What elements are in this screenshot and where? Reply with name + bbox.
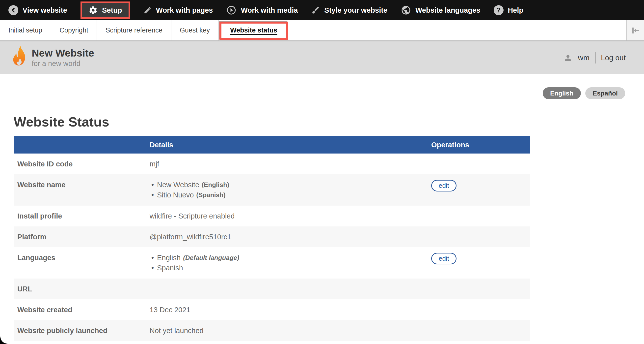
globe-icon: [401, 5, 411, 15]
table-header-operations: Operations: [431, 141, 530, 149]
nav-website-languages[interactable]: Website languages: [401, 5, 480, 15]
row-label: Platform: [14, 232, 150, 242]
gear-icon: [88, 6, 98, 15]
table-header-row: Details Operations: [14, 136, 530, 153]
tab-website-status[interactable]: Website status: [219, 20, 288, 40]
row-value: wildfire - Scripture enabled: [150, 211, 431, 221]
edit-languages-button[interactable]: edit: [431, 253, 456, 264]
nav-help-label: Help: [508, 6, 523, 14]
nav-website-languages-label: Website languages: [416, 6, 480, 14]
row-label: Website publicly launched: [14, 326, 150, 336]
tab-website-status-label: Website status: [230, 27, 277, 34]
nav-work-with-pages[interactable]: Work with pages: [144, 6, 213, 14]
bullet-item: • English (Default language): [150, 253, 431, 263]
user-icon: [564, 53, 572, 62]
bullet-marker: •: [150, 190, 157, 200]
row-label: Website name: [14, 180, 150, 190]
tab-scripture-reference[interactable]: Scripture reference: [97, 20, 172, 40]
bullet-text: English: [157, 253, 180, 263]
bullet-item: • New Website (English): [150, 180, 431, 190]
row-value: @platform_wildfire510rc1: [150, 232, 431, 242]
bullet-marker: •: [150, 263, 157, 273]
nav-view-website-label: View website: [22, 6, 67, 14]
tab-initial-setup[interactable]: Initial setup: [0, 20, 51, 40]
bullet-marker: •: [150, 180, 157, 190]
nav-setup[interactable]: Setup: [80, 2, 130, 19]
flame-logo-icon: [12, 46, 26, 70]
tab-guest-key[interactable]: Guest key: [172, 20, 219, 40]
tab-copyright[interactable]: Copyright: [51, 20, 97, 40]
table-row: Languages • English (Default language) •…: [14, 247, 530, 278]
bullet-suffix: (Spanish): [196, 190, 226, 200]
nav-work-with-media[interactable]: Work with media: [226, 5, 298, 15]
bullet-item: • Spanish: [150, 263, 431, 273]
bullet-marker: •: [150, 253, 157, 263]
website-status-table: Details Operations Website ID code mjf W…: [14, 136, 530, 341]
username: wm: [578, 54, 590, 62]
bullet-text: Sitio Nuevo: [157, 190, 194, 200]
sidebar-collapse-button[interactable]: [626, 20, 644, 40]
page-title: Website Status: [14, 114, 644, 129]
row-label: Languages: [14, 253, 150, 263]
row-label: Website ID code: [14, 159, 150, 169]
table-row: Website created 13 Dec 2021: [14, 299, 530, 320]
nav-style-your-website[interactable]: Style your website: [311, 6, 388, 15]
row-label: Install profile: [14, 211, 150, 221]
nav-view-website[interactable]: View website: [8, 5, 67, 15]
site-brand-text: New Website for a new world: [32, 48, 94, 68]
language-pill-english[interactable]: English: [543, 87, 581, 99]
nav-work-with-media-label: Work with media: [241, 6, 298, 14]
user-area: wm Log out: [564, 52, 626, 64]
table-row: Website publicly launched Not yet launch…: [14, 320, 530, 341]
bullet-text: Spanish: [157, 263, 183, 273]
language-pill-espanol[interactable]: Español: [585, 87, 625, 99]
table-row: Platform @platform_wildfire510rc1: [14, 226, 530, 247]
table-row: Website ID code mjf: [14, 153, 530, 174]
bullet-text: New Website: [157, 180, 199, 190]
play-circle-icon: [226, 5, 236, 15]
site-header: New Website for a new world wm Log out: [0, 41, 644, 74]
brush-icon: [311, 6, 320, 15]
back-icon: [8, 5, 18, 15]
table-row: Website name • New Website (English) • S…: [14, 174, 530, 206]
top-nav-bar: View website Setup Work with pages Work …: [0, 0, 644, 20]
app-window: View website Setup Work with pages Work …: [0, 0, 644, 344]
row-value: • New Website (English) • Sitio Nuevo (S…: [150, 180, 431, 200]
screen-corner: [0, 336, 8, 344]
nav-setup-label: Setup: [102, 6, 122, 14]
row-label: Website created: [14, 305, 150, 315]
help-icon: ?: [494, 5, 504, 15]
row-value: Not yet launched: [150, 326, 431, 336]
site-tagline: for a new world: [32, 60, 94, 68]
bullet-suffix: (English): [202, 180, 229, 190]
collapse-left-icon: [630, 25, 640, 36]
site-title: New Website: [32, 48, 94, 59]
nav-style-your-website-label: Style your website: [324, 6, 388, 14]
edit-website-name-button[interactable]: edit: [431, 180, 456, 192]
row-value: 13 Dec 2021: [150, 305, 431, 315]
site-brand: New Website for a new world: [12, 46, 94, 70]
language-switcher: English Español: [0, 74, 644, 99]
table-header-details: Details: [150, 141, 431, 149]
nav-work-with-pages-label: Work with pages: [156, 6, 213, 14]
setup-tab-bar: Initial setup Copyright Scripture refere…: [0, 20, 644, 41]
bullet-item: • Sitio Nuevo (Spanish): [150, 190, 431, 200]
row-value: mjf: [150, 159, 431, 169]
table-row: URL: [14, 278, 530, 299]
row-value: • English (Default language) • Spanish: [150, 253, 431, 273]
bullet-suffix: (Default language): [183, 253, 239, 263]
pencil-icon: [144, 6, 152, 14]
user-divider: [595, 52, 596, 64]
logout-link[interactable]: Log out: [601, 54, 626, 62]
row-label: URL: [14, 284, 150, 294]
table-row: Install profile wildfire - Scripture ena…: [14, 206, 530, 226]
nav-help[interactable]: ? Help: [494, 5, 523, 15]
